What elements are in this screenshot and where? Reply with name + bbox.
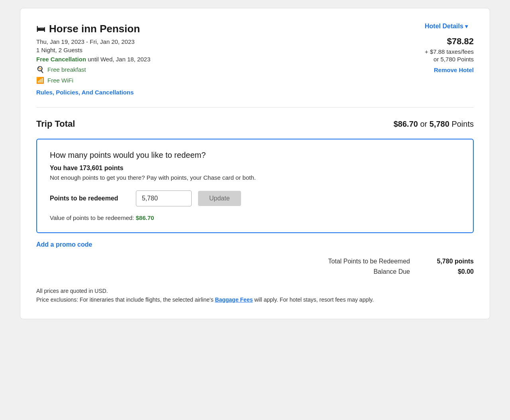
hotel-header: 🛏 Horse inn Pension Thu, Jan 19, 2023 - … [36,23,474,96]
points-box-title: How many points would you like to redeem… [50,151,460,160]
hotel-dates: Thu, Jan 19, 2023 - Fri, Jan 20, 2023 [36,38,151,45]
balance-due-label: Balance Due [373,268,410,275]
free-wifi-row: 📶 Free WiFi [36,77,151,84]
hotel-info: 🛏 Horse inn Pension Thu, Jan 19, 2023 - … [36,23,151,96]
points-available: You have 173,601 points [50,165,460,172]
trip-total-points-label: Points [451,120,474,128]
footer-line1: All prices are quoted in USD. [36,287,474,295]
rules-policies-link[interactable]: Rules, Policies, And Cancellations [36,89,134,96]
points-input-field[interactable] [136,190,192,206]
hotel-details-link[interactable]: Hotel Details ▾ [425,23,474,30]
hotel-taxes: + $7.88 taxes/fees [425,48,474,55]
footer-notes: All prices are quoted in USD. Price excl… [36,287,474,304]
total-points-label: Total Points to be Redeemed [328,258,410,265]
trip-total-label: Trip Total [36,119,75,129]
promo-code-link[interactable]: Add a promo code [36,241,92,248]
hotel-title: 🛏 Horse inn Pension [36,23,151,35]
bed-icon: 🛏 [36,24,45,34]
balance-due-value: $0.00 [426,268,474,275]
points-description: Not enough points to get you there? Pay … [50,174,460,181]
points-input-label: Points to be redeemed [50,195,129,202]
trip-total-value: $86.70 or 5,780 Points [394,120,474,129]
free-wifi-label: Free WiFi [47,77,73,84]
free-breakfast-label: Free breakfast [47,66,86,73]
summary-section: Total Points to be Redeemed 5,780 points… [36,258,474,279]
hotel-points: or 5,780 Points [425,56,474,63]
points-value-row: Value of points to be redeemed: $86.70 [50,214,460,221]
points-redemption-box: How many points would you like to redeem… [36,139,474,233]
footer-line2-suffix: will apply. For hotel stays, resort fees… [253,296,374,303]
hotel-guests: 1 Night, 2 Guests [36,47,151,53]
points-input-row: Points to be redeemed Update [50,190,460,206]
booking-card: 🛏 Horse inn Pension Thu, Jan 19, 2023 - … [20,8,490,319]
free-cancellation-date: until Wed, Jan 18, 2023 [86,56,151,63]
wifi-icon: 📶 [36,77,44,84]
free-cancellation: Free Cancellation until Wed, Jan 18, 202… [36,56,151,63]
trip-total-or: or [420,120,429,128]
free-breakfast-row: 🍳 Free breakfast [36,66,151,73]
total-points-value: 5,780 points [426,258,474,265]
total-points-row: Total Points to be Redeemed 5,780 points [282,258,474,265]
chevron-down-icon: ▾ [465,23,468,29]
points-value-amount: $86.70 [136,214,154,221]
footer-line2-prefix: Price exclusions: For itineraries that i… [36,296,215,303]
divider [36,107,474,108]
balance-due-row: Balance Due $0.00 [282,268,474,275]
breakfast-icon: 🍳 [36,66,44,73]
footer-line2: Price exclusions: For itineraries that i… [36,295,474,304]
remove-hotel-link[interactable]: Remove Hotel [425,67,474,73]
trip-total-row: Trip Total $86.70 or 5,780 Points [36,119,474,129]
update-button[interactable]: Update [198,191,241,206]
trip-total-amount: $86.70 [394,120,418,128]
hotel-pricing: Hotel Details ▾ $78.82 + $7.88 taxes/fee… [425,23,474,73]
points-value-label: Value of points to be redeemed: [50,214,134,221]
hotel-price: $78.82 [425,36,474,47]
baggage-fees-link[interactable]: Baggage Fees [215,296,253,303]
free-cancellation-label: Free Cancellation [36,56,86,63]
trip-total-points: 5,780 [430,120,449,128]
